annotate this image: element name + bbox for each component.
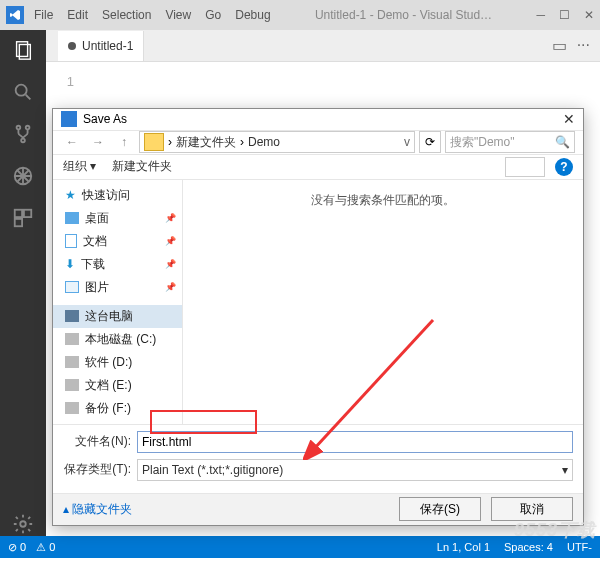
tab-label: Untitled-1: [82, 39, 133, 53]
settings-gear-icon[interactable]: [11, 512, 35, 536]
folder-tree: ★ 快速访问 桌面📌 文档📌 ⬇下载📌 图片📌 这台电脑 本地磁盘 (C:) 软…: [53, 180, 183, 424]
file-list-area[interactable]: 没有与搜索条件匹配的项。: [183, 180, 583, 424]
nav-back-icon[interactable]: ←: [61, 131, 83, 153]
pin-icon: 📌: [165, 282, 176, 292]
status-ln-col[interactable]: Ln 1, Col 1: [437, 541, 490, 553]
status-spaces[interactable]: Spaces: 4: [504, 541, 553, 553]
organize-button[interactable]: 组织 ▾: [63, 158, 96, 175]
search-box[interactable]: 搜索"Demo" 🔍: [445, 131, 575, 153]
menu-view[interactable]: View: [165, 8, 191, 22]
chevron-down-icon: ▾: [562, 463, 568, 477]
disk-icon: [65, 402, 79, 414]
search-submit-icon[interactable]: 🔍: [555, 135, 570, 149]
maximize-icon[interactable]: ☐: [559, 8, 570, 22]
tree-label: 本地磁盘 (C:): [85, 331, 156, 348]
nav-up-icon[interactable]: ↑: [113, 131, 135, 153]
hide-folders-link[interactable]: ▴ 隐藏文件夹: [63, 501, 132, 518]
menu-edit[interactable]: Edit: [67, 8, 88, 22]
star-icon: ★: [65, 188, 76, 202]
dialog-app-icon: [61, 111, 77, 127]
minimize-icon[interactable]: ─: [536, 8, 545, 22]
new-folder-button[interactable]: 新建文件夹: [112, 158, 172, 175]
editor-layout-icon[interactable]: ▭: [552, 36, 567, 55]
git-icon[interactable]: [11, 122, 35, 146]
svg-rect-9: [15, 219, 22, 226]
pin-icon: 📌: [165, 259, 176, 269]
pictures-icon: [65, 281, 79, 293]
tab-bar: Untitled-1 ▭ ···: [46, 30, 600, 62]
explorer-icon[interactable]: [11, 38, 35, 62]
tree-disk-e[interactable]: 文档 (E:): [53, 374, 182, 397]
nav-forward-icon[interactable]: →: [87, 131, 109, 153]
vscode-icon: [6, 6, 24, 24]
crumb-2[interactable]: Demo: [248, 135, 280, 149]
line-number: 1: [46, 74, 92, 89]
filename-label: 文件名(N):: [63, 433, 131, 450]
tree-quick-access[interactable]: ★ 快速访问: [53, 184, 182, 207]
dialog-title: Save As: [83, 112, 127, 126]
status-bar: ⊘ 0 ⚠ 0 Ln 1, Col 1 Spaces: 4 UTF-: [0, 536, 600, 558]
document-icon: [65, 234, 77, 248]
menu-go[interactable]: Go: [205, 8, 221, 22]
menu-debug[interactable]: Debug: [235, 8, 270, 22]
window-title: Untitled-1 - Demo - Visual Stud…: [271, 8, 537, 22]
tree-desktop[interactable]: 桌面📌: [53, 207, 182, 230]
empty-message: 没有与搜索条件匹配的项。: [311, 192, 455, 209]
path-breadcrumb[interactable]: › 新建文件夹 › Demo v: [139, 131, 415, 153]
filetype-select[interactable]: Plain Text (*.txt;*.gitignore) ▾: [137, 459, 573, 481]
svg-rect-8: [24, 210, 31, 217]
dirty-indicator-icon: [68, 42, 76, 50]
pin-icon: 📌: [165, 236, 176, 246]
menu-selection[interactable]: Selection: [102, 8, 151, 22]
extensions-icon[interactable]: [11, 206, 35, 230]
filename-input[interactable]: [137, 431, 573, 453]
svg-rect-7: [15, 210, 22, 217]
folder-icon: [144, 133, 164, 151]
refresh-icon[interactable]: ⟳: [419, 131, 441, 153]
tree-label: 下载: [81, 256, 105, 273]
tree-disk-f[interactable]: 备份 (F:): [53, 397, 182, 420]
pin-icon: 📌: [165, 213, 176, 223]
tree-disk-c[interactable]: 本地磁盘 (C:): [53, 328, 182, 351]
menu-bar: File Edit Selection View Go Debug: [34, 8, 271, 22]
tree-label: 桌面: [85, 210, 109, 227]
status-warnings[interactable]: ⚠ 0: [36, 541, 55, 554]
close-window-icon[interactable]: ✕: [584, 8, 594, 22]
svg-point-2: [16, 85, 27, 96]
disk-icon: [65, 379, 79, 391]
tree-this-pc[interactable]: 这台电脑: [53, 305, 182, 328]
close-dialog-icon[interactable]: ✕: [563, 111, 575, 127]
menu-file[interactable]: File: [34, 8, 53, 22]
help-icon[interactable]: ?: [555, 158, 573, 176]
filetype-value: Plain Text (*.txt;*.gitignore): [142, 463, 283, 477]
save-button[interactable]: 保存(S): [399, 497, 481, 521]
tree-label: 文档: [83, 233, 107, 250]
tree-downloads[interactable]: ⬇下载📌: [53, 253, 182, 276]
desktop-icon: [65, 212, 79, 224]
tree-label: 快速访问: [82, 187, 130, 204]
disk-icon: [65, 333, 79, 345]
editor-more-icon[interactable]: ···: [577, 36, 590, 55]
tree-label: 图片: [85, 279, 109, 296]
tree-disk-d[interactable]: 软件 (D:): [53, 351, 182, 374]
computer-icon: [65, 310, 79, 322]
svg-point-5: [21, 139, 25, 143]
svg-point-4: [26, 126, 30, 130]
search-icon[interactable]: [11, 80, 35, 104]
filetype-label: 保存类型(T):: [63, 461, 131, 478]
debug-icon[interactable]: [11, 164, 35, 188]
tree-label: 备份 (F:): [85, 400, 131, 417]
tree-pictures[interactable]: 图片📌: [53, 276, 182, 299]
search-placeholder: 搜索"Demo": [450, 134, 515, 151]
tree-label: 这台电脑: [85, 308, 133, 325]
disk-icon: [65, 356, 79, 368]
crumb-1[interactable]: 新建文件夹: [176, 134, 236, 151]
svg-point-10: [20, 521, 26, 527]
tab-untitled[interactable]: Untitled-1: [58, 31, 144, 61]
tree-documents[interactable]: 文档📌: [53, 230, 182, 253]
status-errors[interactable]: ⊘ 0: [8, 541, 26, 554]
save-as-dialog: Save As ✕ ← → ↑ › 新建文件夹 › Demo v ⟳ 搜索"De…: [52, 108, 584, 526]
view-mode-button[interactable]: [505, 157, 545, 177]
status-encoding[interactable]: UTF-: [567, 541, 592, 553]
tree-label: 软件 (D:): [85, 354, 132, 371]
